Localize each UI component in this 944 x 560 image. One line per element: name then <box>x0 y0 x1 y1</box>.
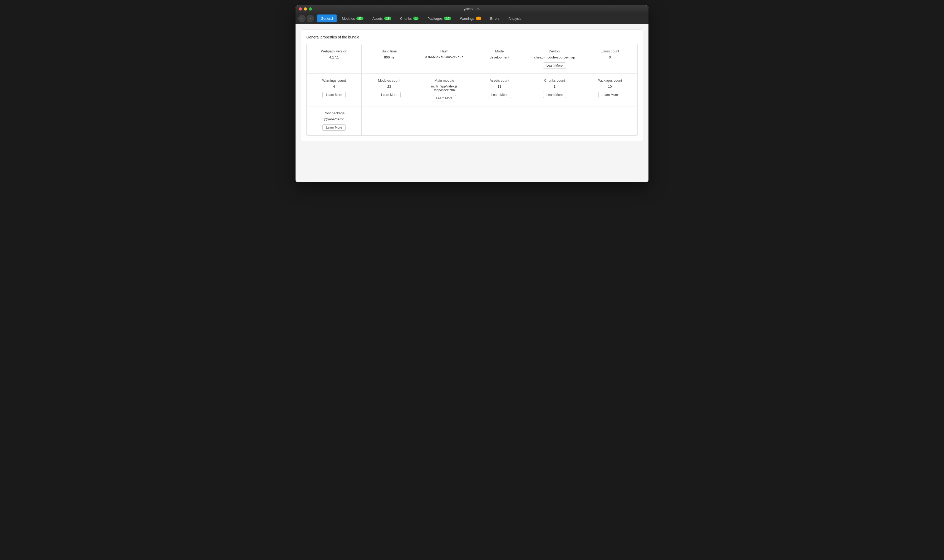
card-warnings-count: Warnings count 4 Learn More <box>307 74 361 106</box>
card-chunks-count-label: Chunks count <box>544 78 565 82</box>
app-window: yaba v1.0.0 ‹ › General Modules 23 Asset… <box>295 5 649 182</box>
card-webpack-version-label: Webpack version <box>321 49 347 53</box>
card-modules-count-label: Modules count <box>378 78 400 82</box>
tab-chunks[interactable]: Chunks 1 <box>397 14 422 22</box>
modules-learn-more-button[interactable]: Learn More <box>378 92 401 98</box>
card-packages-count: Packages count 10 Learn More <box>583 74 637 106</box>
card-webpack-version-value: 4.17.1 <box>329 55 339 59</box>
card-main-module: Main module multi ./app/index.js ./app/i… <box>417 74 472 106</box>
card-hash-value: a366b6c7a65aa52c7d9c <box>425 55 464 59</box>
maximize-button[interactable] <box>309 8 312 11</box>
card-assets-count-value: 11 <box>498 85 501 89</box>
card-packages-count-label: Packages count <box>598 78 622 82</box>
tab-packages-label: Packages <box>427 17 443 20</box>
assets-learn-more-button[interactable]: Learn More <box>488 92 511 98</box>
tab-packages-badge: 10 <box>444 17 451 20</box>
tab-warnings[interactable]: Warnings 4 <box>456 14 485 22</box>
main-module-learn-more-button[interactable]: Learn More <box>433 95 456 102</box>
card-mode-label: Mode <box>495 49 504 53</box>
tab-errors-label: Errors <box>490 17 500 20</box>
card-root-package-value: @yaba/demo <box>324 117 344 121</box>
window-controls <box>299 8 312 11</box>
cards-row-2: Warnings count 4 Learn More Modules coun… <box>306 74 638 106</box>
tab-analysis-label: Analysis <box>508 17 521 20</box>
card-modules-count-value: 23 <box>387 85 391 89</box>
forward-icon: › <box>310 16 311 20</box>
minimize-button[interactable] <box>304 8 307 11</box>
cards-row-1: Webpack version 4.17.1 Build time 866ms … <box>306 45 638 74</box>
card-chunks-count: Chunks count 1 Learn More <box>527 74 582 106</box>
tab-warnings-label: Warnings <box>460 17 474 20</box>
cards-row-3: Root package @yaba/demo Learn More <box>306 106 638 135</box>
card-root-package: Root package @yaba/demo Learn More <box>307 106 361 135</box>
card-errors-count: Errors count 0 <box>583 45 637 74</box>
tab-assets-badge: 11 <box>384 17 391 20</box>
tab-analysis[interactable]: Analysis <box>505 14 525 22</box>
card-hash-label: Hash <box>440 49 448 53</box>
root-package-learn-more-button[interactable]: Learn More <box>322 124 345 131</box>
tab-general[interactable]: General <box>317 14 337 22</box>
card-devtool-label: Devtool <box>549 49 560 53</box>
close-button[interactable] <box>299 8 302 11</box>
nav-bar: ‹ › General Modules 23 Assets 11 Chunks … <box>295 13 649 24</box>
devtool-learn-more-button[interactable]: Learn More <box>543 62 566 69</box>
tab-modules-label: Modules <box>342 17 355 20</box>
tab-chunks-label: Chunks <box>400 17 412 20</box>
nav-arrows: ‹ › <box>298 15 314 22</box>
back-button[interactable]: ‹ <box>298 15 306 22</box>
forward-button[interactable]: › <box>307 15 314 22</box>
title-bar: yaba v1.0.0 <box>295 5 649 13</box>
card-root-package-label: Root package <box>323 111 344 115</box>
card-warnings-count-label: Warnings count <box>322 78 346 82</box>
card-devtool: Devtool cheap-module-source-map Learn Mo… <box>527 45 582 74</box>
card-main-module-value: multi ./app/index.js ./app/index.html <box>431 85 457 92</box>
tab-warnings-badge: 4 <box>476 17 481 20</box>
card-mode: Mode development <box>472 45 527 74</box>
card-errors-count-label: Errors count <box>601 49 619 53</box>
card-build-time: Build time 866ms <box>361 45 417 74</box>
tab-general-label: General <box>321 17 333 20</box>
card-chunks-count-value: 1 <box>553 85 555 89</box>
back-icon: ‹ <box>301 16 303 20</box>
general-panel: General properties of the bundle Webpack… <box>301 29 643 141</box>
content-area: General properties of the bundle Webpack… <box>295 24 649 182</box>
window-title: yaba v1.0.0 <box>464 7 480 11</box>
packages-learn-more-button[interactable]: Learn More <box>598 92 621 98</box>
card-assets-count-label: Assets count <box>490 78 509 82</box>
tab-modules-badge: 23 <box>357 17 363 20</box>
tab-errors[interactable]: Errors <box>486 14 503 22</box>
card-webpack-version: Webpack version 4.17.1 <box>307 45 361 74</box>
card-warnings-count-value: 4 <box>333 85 335 89</box>
card-errors-count-value: 0 <box>609 55 611 59</box>
chunks-learn-more-button[interactable]: Learn More <box>543 92 566 98</box>
tab-modules[interactable]: Modules 23 <box>338 14 367 22</box>
card-main-module-label: Main module <box>435 78 454 82</box>
card-hash: Hash a366b6c7a65aa52c7d9c <box>417 45 472 74</box>
card-assets-count: Assets count 11 Learn More <box>472 74 527 106</box>
tab-assets-label: Assets <box>372 17 383 20</box>
warnings-learn-more-button[interactable]: Learn More <box>322 92 345 98</box>
card-mode-value: development <box>490 55 509 59</box>
panel-title: General properties of the bundle <box>306 35 638 39</box>
tab-packages[interactable]: Packages 10 <box>424 14 455 22</box>
card-packages-count-value: 10 <box>608 85 612 89</box>
tab-assets[interactable]: Assets 11 <box>369 14 395 22</box>
card-modules-count: Modules count 23 Learn More <box>361 74 417 106</box>
tab-chunks-badge: 1 <box>413 17 418 20</box>
card-build-time-value: 866ms <box>384 55 394 59</box>
card-devtool-value: cheap-module-source-map <box>534 55 575 59</box>
card-build-time-label: Build time <box>382 49 397 53</box>
